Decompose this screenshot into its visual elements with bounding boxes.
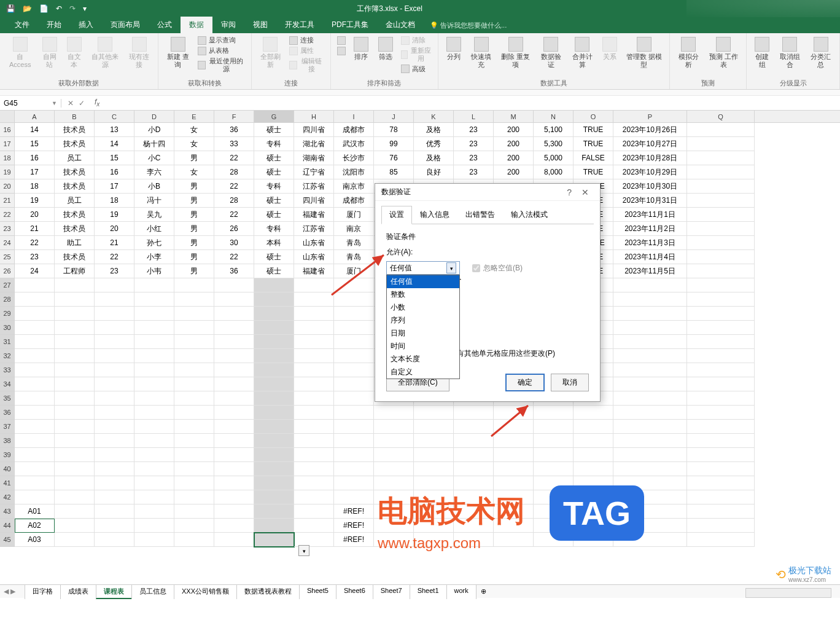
cell[interactable] bbox=[55, 490, 95, 504]
cell[interactable] bbox=[15, 292, 55, 307]
cell[interactable] bbox=[214, 420, 254, 434]
cell[interactable]: 湖北省 bbox=[294, 137, 334, 151]
cell[interactable]: 男 bbox=[174, 236, 214, 250]
cell[interactable]: 22 bbox=[95, 250, 134, 264]
cell[interactable] bbox=[574, 420, 613, 434]
sheet-tab[interactable]: work bbox=[446, 584, 476, 599]
cell[interactable] bbox=[55, 448, 95, 462]
btn-sort[interactable]: 排序 bbox=[349, 36, 373, 77]
cell[interactable] bbox=[174, 335, 214, 349]
cell[interactable] bbox=[214, 349, 254, 363]
cell[interactable]: 小李 bbox=[134, 250, 174, 264]
cell[interactable] bbox=[55, 292, 95, 307]
cell[interactable] bbox=[134, 448, 174, 462]
row-header[interactable]: 31 bbox=[0, 335, 15, 349]
cell[interactable]: 本科 bbox=[254, 236, 294, 250]
cell[interactable] bbox=[334, 462, 374, 476]
cell[interactable] bbox=[55, 519, 95, 533]
row-header[interactable]: 24 bbox=[0, 236, 15, 250]
cell[interactable] bbox=[174, 476, 214, 490]
cell[interactable]: 36 bbox=[214, 123, 254, 137]
cell[interactable] bbox=[414, 434, 454, 448]
tab-data[interactable]: 数据 bbox=[181, 17, 212, 33]
cell[interactable] bbox=[55, 363, 95, 377]
cell[interactable]: 17 bbox=[95, 179, 134, 194]
cell[interactable]: 23 bbox=[454, 151, 494, 165]
cell[interactable] bbox=[174, 321, 214, 335]
cell[interactable] bbox=[55, 476, 95, 490]
cell[interactable] bbox=[254, 533, 294, 547]
tab-review[interactable]: 审阅 bbox=[212, 17, 244, 33]
cell[interactable] bbox=[174, 448, 214, 462]
cell[interactable]: 硕士 bbox=[254, 264, 294, 278]
col-header-L[interactable]: L bbox=[454, 111, 494, 122]
cell[interactable] bbox=[374, 448, 414, 462]
new-sheet-button[interactable]: ⊕ bbox=[476, 587, 491, 595]
cell[interactable] bbox=[687, 363, 755, 377]
ok-button[interactable]: 确定 bbox=[505, 374, 545, 391]
cell[interactable] bbox=[494, 434, 534, 448]
cell[interactable] bbox=[294, 292, 334, 307]
cell[interactable] bbox=[687, 208, 755, 222]
cell[interactable]: 21 bbox=[15, 222, 55, 236]
cell[interactable] bbox=[334, 490, 374, 504]
sheet-tab[interactable]: 员工信息 bbox=[131, 584, 174, 599]
cell[interactable]: 李六 bbox=[134, 165, 174, 179]
row-header[interactable]: 35 bbox=[0, 391, 15, 406]
cell[interactable] bbox=[15, 377, 55, 391]
cell[interactable] bbox=[687, 391, 755, 406]
cell[interactable] bbox=[613, 349, 687, 363]
btn-recent[interactable]: 最近使用的源 bbox=[195, 57, 247, 74]
cell[interactable] bbox=[95, 504, 134, 519]
cell[interactable] bbox=[214, 448, 254, 462]
allow-select[interactable]: 任何值 ▾ 任何值整数小数序列日期时间文本长度自定义 bbox=[386, 261, 460, 275]
cell[interactable] bbox=[254, 476, 294, 490]
tab-insert[interactable]: 插入 bbox=[70, 17, 102, 33]
cell[interactable]: 厦门 bbox=[334, 264, 374, 278]
cell[interactable]: 18 bbox=[15, 179, 55, 194]
cell[interactable] bbox=[687, 448, 755, 462]
cell[interactable]: 2023年11月2日 bbox=[613, 222, 687, 236]
btn-ungroup[interactable]: 取消组合 bbox=[775, 36, 804, 77]
btn-props[interactable]: 属性 bbox=[287, 46, 327, 56]
cell[interactable]: 福建省 bbox=[294, 264, 334, 278]
cell[interactable] bbox=[134, 533, 174, 547]
cell[interactable] bbox=[374, 420, 414, 434]
fx-icon[interactable]: fx bbox=[91, 98, 103, 108]
row-header[interactable]: 25 bbox=[0, 250, 15, 264]
chevron-down-icon[interactable]: ▼ bbox=[52, 100, 57, 106]
cell[interactable]: 男 bbox=[174, 264, 214, 278]
cell[interactable]: 及格 bbox=[414, 151, 454, 165]
cell[interactable]: #REF! bbox=[334, 519, 374, 533]
cell[interactable] bbox=[95, 420, 134, 434]
cell[interactable] bbox=[687, 490, 755, 504]
cell[interactable] bbox=[134, 420, 174, 434]
cell[interactable] bbox=[613, 406, 687, 420]
col-header-A[interactable]: A bbox=[15, 111, 55, 122]
cell[interactable]: 19 bbox=[95, 208, 134, 222]
cell[interactable]: 技术员 bbox=[55, 222, 95, 236]
cell[interactable] bbox=[374, 462, 414, 476]
cell[interactable] bbox=[334, 420, 374, 434]
cell[interactable] bbox=[294, 448, 334, 462]
cell[interactable]: A02 bbox=[15, 519, 55, 533]
cell[interactable]: 青岛 bbox=[334, 236, 374, 250]
redo-icon[interactable]: ↷ bbox=[69, 4, 76, 13]
tab-formula[interactable]: 公式 bbox=[149, 17, 181, 33]
cell[interactable] bbox=[214, 292, 254, 307]
sheet-tab[interactable]: 成绩表 bbox=[60, 584, 96, 599]
cell[interactable]: #REF! bbox=[334, 504, 374, 519]
cell[interactable]: 小C bbox=[134, 151, 174, 165]
cell[interactable] bbox=[15, 490, 55, 504]
cell[interactable]: 33 bbox=[214, 137, 254, 151]
cancel-button[interactable]: 取消 bbox=[551, 374, 589, 391]
cell[interactable] bbox=[574, 462, 613, 476]
tab-pdf[interactable]: PDF工具集 bbox=[323, 17, 377, 33]
cell[interactable]: 24 bbox=[15, 264, 55, 278]
cell[interactable] bbox=[294, 307, 334, 321]
cell[interactable]: 福建省 bbox=[294, 208, 334, 222]
cell[interactable] bbox=[613, 448, 687, 462]
cell[interactable] bbox=[55, 335, 95, 349]
cell[interactable]: 2023年11月3日 bbox=[613, 236, 687, 250]
cell[interactable] bbox=[55, 462, 95, 476]
